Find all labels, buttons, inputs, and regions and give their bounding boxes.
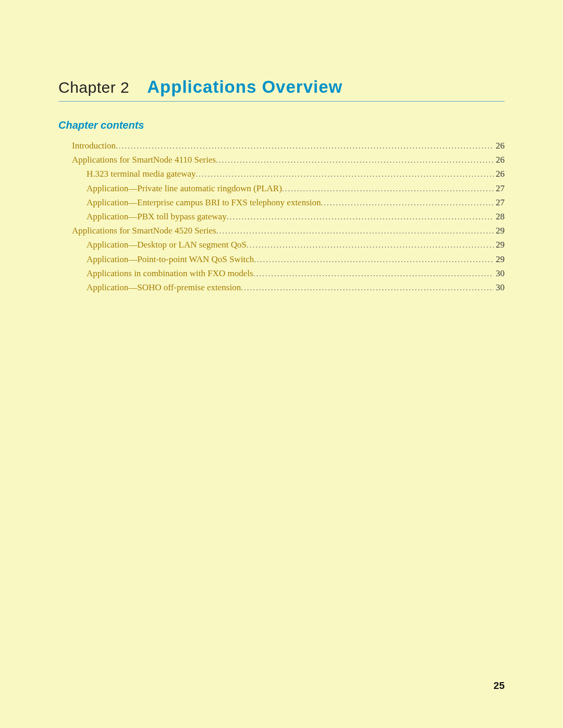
toc-entry[interactable]: Application—SOHO off-premise extension 3…	[58, 280, 505, 294]
toc-entry-label: Application—Desktop or LAN segment QoS	[87, 238, 247, 252]
toc-entry[interactable]: Applications in combination with FXO mod…	[58, 266, 505, 280]
toc-entry-page: 29	[494, 252, 505, 266]
toc-entry-page: 29	[494, 238, 505, 252]
toc-entry[interactable]: Introduction26	[58, 139, 505, 153]
toc-leader-dots	[282, 182, 494, 195]
toc-entry-label: Applications for SmartNode 4520 Series	[72, 224, 216, 238]
page-number: 25	[494, 680, 505, 692]
toc-leader-dots	[254, 253, 494, 266]
chapter-heading: Chapter 2 Applications Overview	[58, 77, 505, 102]
toc-entry-label: Application—PBX toll bypass gateway	[87, 209, 227, 224]
toc-leader-dots	[247, 239, 494, 251]
document-page: Chapter 2 Applications Overview Chapter …	[0, 0, 563, 294]
toc-leader-dots	[216, 154, 494, 166]
chapter-label: Chapter 2	[58, 79, 129, 96]
toc-entry[interactable]: Application—Desktop or LAN segment QoS 2…	[58, 238, 505, 252]
toc-entry-page: 26	[494, 167, 505, 181]
toc-entry-page: 30	[494, 266, 505, 280]
toc-entry-page: 28	[494, 209, 505, 224]
chapter-title: Applications Overview	[147, 77, 342, 96]
toc-entry[interactable]: Application—PBX toll bypass gateway 28	[58, 209, 505, 224]
toc-entry-page: 26	[494, 139, 505, 153]
toc-leader-dots	[321, 196, 494, 209]
toc-entry-label: Applications for SmartNode 4110 Series	[72, 153, 216, 167]
toc-leader-dots	[241, 281, 494, 294]
toc-leader-dots	[196, 168, 494, 180]
toc-entry-page: 26	[494, 153, 505, 167]
toc-leader-dots	[116, 140, 494, 152]
toc-entry-label: Applications in combination with FXO mod…	[87, 266, 253, 280]
toc-leader-dots	[227, 211, 494, 223]
toc-entry-label: Introduction	[72, 139, 116, 153]
toc-entry-label: Application—Point-to-point WAN QoS Switc…	[87, 252, 254, 266]
toc-entry-label: Application—Private line automatic ringd…	[87, 181, 282, 195]
toc-entry-label: Application—Enterprise campus BRI to FXS…	[87, 195, 321, 209]
toc-entry[interactable]: Applications for SmartNode 4520 Series 2…	[58, 224, 505, 238]
toc-entry[interactable]: Application—Point-to-point WAN QoS Switc…	[58, 252, 505, 266]
toc-entry[interactable]: H.323 terminal media gateway 26	[58, 167, 505, 181]
toc-leader-dots	[216, 225, 494, 237]
toc-leader-dots	[253, 267, 494, 280]
toc-entry-page: 27	[494, 181, 505, 195]
toc-entry-label: Application—SOHO off-premise extension	[87, 280, 241, 294]
toc-entry-page: 27	[494, 195, 505, 209]
toc-entry-label: H.323 terminal media gateway	[87, 167, 196, 181]
toc-entry-page: 29	[494, 224, 505, 238]
contents-heading: Chapter contents	[58, 119, 505, 131]
toc-entry[interactable]: Application—Private line automatic ringd…	[58, 181, 505, 195]
toc-entry[interactable]: Applications for SmartNode 4110 Series 2…	[58, 153, 505, 167]
toc-entry-page: 30	[494, 280, 505, 294]
toc-entry[interactable]: Application—Enterprise campus BRI to FXS…	[58, 195, 505, 209]
table-of-contents: Introduction26Applications for SmartNode…	[58, 139, 505, 294]
